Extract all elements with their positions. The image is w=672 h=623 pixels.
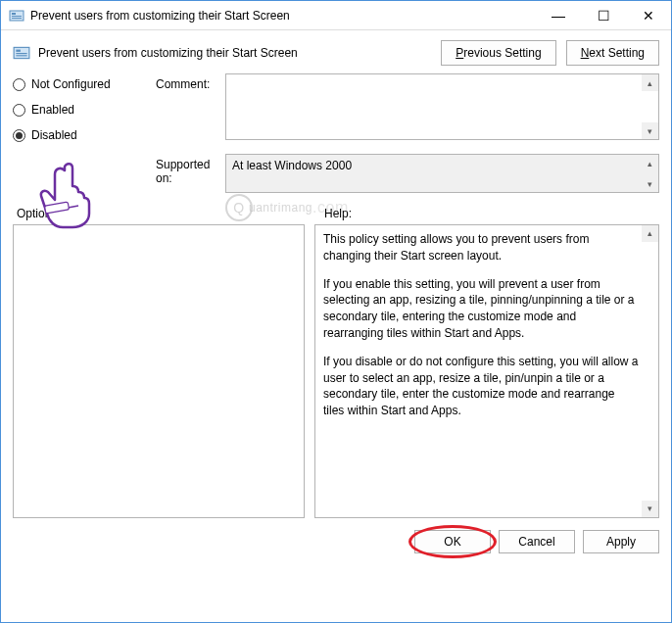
comment-label: Comment: [156,73,219,91]
radio-enabled[interactable]: Enabled [13,103,150,117]
scroll-down-icon[interactable]: ▾ [642,175,658,192]
supported-text: At least Windows 2000 [232,159,352,172]
radio-icon [13,78,25,91]
svg-rect-5 [16,50,21,52]
window-controls: — ☐ ✕ [536,1,671,29]
previous-setting-button[interactable]: Previous Setting [441,40,555,66]
minimize-button[interactable]: — [536,1,581,29]
panes: This policy setting allows you to preven… [13,224,659,518]
header-row: Prevent users from customizing their Sta… [1,30,671,73]
radio-icon [13,104,25,117]
radio-icon [13,129,25,142]
scroll-up-icon[interactable]: ▴ [642,225,658,242]
help-paragraph: If you disable or do not configure this … [323,354,639,419]
scroll-up-icon[interactable]: ▴ [642,155,658,171]
help-paragraph: This policy setting allows you to preven… [323,231,639,264]
radio-label: Enabled [31,103,74,117]
radio-not-configured[interactable]: Not Configured [13,77,150,91]
next-setting-button[interactable]: Next Setting [566,40,659,66]
supported-label: Supported on: [156,154,219,185]
state-radios: Not Configured Enabled Disabled [13,73,150,142]
options-pane[interactable] [13,224,305,518]
svg-rect-7 [16,55,26,56]
maximize-button[interactable]: ☐ [581,1,626,29]
close-button[interactable]: ✕ [626,1,671,29]
scroll-down-icon[interactable]: ▾ [642,122,658,139]
apply-button[interactable]: Apply [583,530,659,553]
content: Not Configured Enabled Disabled Comment:… [1,73,671,518]
policy-icon [9,8,24,24]
help-label: Help: [307,207,352,220]
scroll-up-icon[interactable]: ▴ [642,74,658,91]
cancel-button[interactable]: Cancel [499,530,575,553]
window-title: Prevent users from customizing their Sta… [30,9,536,23]
ok-highlight-circle: OK [414,530,491,553]
supported-row: Supported on: At least Windows 2000 ▴ ▾ [13,154,659,193]
ok-button[interactable]: OK [414,530,491,553]
footer: OK Cancel Apply [1,518,671,553]
nav-buttons: Previous Setting Next Setting [441,40,659,66]
svg-rect-6 [16,53,26,54]
radio-label: Disabled [31,128,77,142]
policy-title: Prevent users from customizing their Sta… [38,46,441,60]
svg-rect-2 [12,16,22,17]
svg-rect-1 [12,13,16,15]
help-pane[interactable]: This policy setting allows you to preven… [314,224,659,518]
supported-textarea: At least Windows 2000 ▴ ▾ [225,154,659,193]
radio-label: Not Configured [31,77,111,91]
comment-textarea[interactable]: ▴ ▾ [225,73,659,140]
top-grid: Not Configured Enabled Disabled Comment:… [13,73,659,142]
options-label: Options: [13,207,307,220]
titlebar: Prevent users from customizing their Sta… [1,1,671,30]
svg-rect-3 [12,18,22,19]
mid-labels: Options: Help: [13,207,659,220]
scroll-down-icon[interactable]: ▾ [642,501,658,517]
help-paragraph: If you enable this setting, you will pre… [323,276,639,342]
radio-disabled[interactable]: Disabled [13,128,150,142]
policy-header-icon [13,44,30,62]
